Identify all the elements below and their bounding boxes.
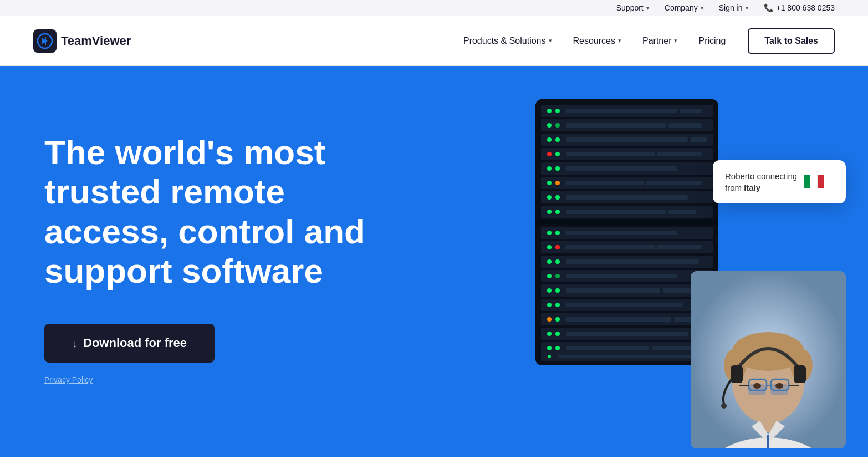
hero-section: The world's most trusted remote access, … [0,66,868,457]
partner-chevron-icon: ▾ [674,37,677,44]
svg-point-69 [555,317,560,322]
svg-point-68 [547,317,552,322]
svg-point-33 [555,195,560,200]
popup-text: Roberto connecting from Italy [725,170,797,193]
italy-flag-icon [804,175,824,188]
svg-rect-79 [566,346,649,350]
pricing-nav[interactable]: Pricing [698,36,726,46]
pricing-label: Pricing [698,36,726,46]
svg-rect-16 [691,137,707,142]
talk-to-sales-button[interactable]: Talk to Sales [748,28,835,54]
svg-rect-5 [566,109,677,113]
products-solutions-label: Products & Solutions [463,36,546,46]
svg-rect-6 [680,109,702,113]
flag-green [804,175,810,188]
svg-rect-38 [566,210,666,214]
svg-point-18 [547,152,552,156]
svg-point-78 [555,346,560,350]
top-bar: Support ▾ Company ▾ Sign in ▾ 📞 +1 800 6… [0,0,868,16]
svg-point-43 [555,231,560,235]
phone-number: +1 800 638 0253 [777,3,835,12]
company-nav[interactable]: Company ▾ [665,3,703,12]
popup-text-from: from [725,183,744,192]
svg-point-77 [547,346,552,350]
svg-rect-53 [566,259,699,264]
hero-images: Roberto connecting from Italy [502,88,846,448]
svg-rect-44 [566,231,677,235]
support-chevron-icon: ▾ [646,5,649,11]
privacy-policy-link[interactable]: Privacy Policy [44,375,93,384]
svg-rect-25 [566,166,677,171]
flag-white [810,175,817,188]
signin-chevron-icon: ▾ [746,5,748,11]
svg-point-102 [775,383,783,389]
svg-rect-39 [668,210,696,214]
svg-point-100 [721,403,727,409]
svg-point-47 [555,245,560,249]
hero-content: The world's most trusted remote access, … [44,110,405,385]
main-nav: TeamViewer Products & Solutions ▾ Resour… [0,16,868,66]
svg-point-19 [555,152,560,156]
svg-rect-40 [535,220,718,225]
svg-point-60 [555,288,560,293]
download-arrow-icon: ↓ [72,337,78,350]
products-solutions-chevron-icon: ▾ [549,37,552,44]
svg-point-82 [548,355,551,358]
partner-nav[interactable]: Partner ▾ [642,36,677,46]
signin-label: Sign in [719,3,743,12]
svg-point-32 [547,195,552,200]
svg-rect-20 [566,152,655,156]
svg-point-101 [753,383,761,389]
svg-rect-61 [566,288,660,293]
signin-nav[interactable]: Sign in ▾ [719,3,748,12]
svg-point-4 [555,109,560,113]
svg-point-28 [555,181,560,185]
svg-rect-49 [657,245,702,249]
resources-nav[interactable]: Resources ▾ [573,36,621,46]
svg-point-8 [547,123,552,128]
svg-point-23 [547,166,552,171]
svg-point-74 [555,332,560,336]
support-nav[interactable]: Support ▾ [616,3,649,12]
svg-rect-34 [566,195,688,200]
svg-point-14 [555,137,560,142]
svg-point-64 [547,303,552,307]
svg-rect-48 [566,245,655,249]
phone-icon: 📞 [764,3,773,12]
resources-chevron-icon: ▾ [618,37,621,44]
resources-label: Resources [573,36,615,46]
svg-point-27 [547,181,552,185]
products-solutions-nav[interactable]: Products & Solutions ▾ [463,36,552,46]
svg-point-73 [547,332,552,336]
svg-point-36 [547,210,552,214]
svg-rect-70 [566,317,671,322]
svg-point-55 [547,274,552,278]
popup-country: Italy [744,183,760,192]
nav-links: Products & Solutions ▾ Resources ▾ Partn… [463,36,726,46]
svg-rect-10 [566,123,666,128]
svg-rect-30 [646,181,702,185]
svg-rect-57 [566,274,677,278]
support-label: Support [616,3,644,12]
connection-popup: Roberto connecting from Italy [713,160,846,203]
phone-contact[interactable]: 📞 +1 800 638 0253 [764,3,835,12]
svg-rect-99 [794,365,806,383]
svg-rect-11 [668,123,702,128]
logo-text: TeamViewer [61,34,131,48]
svg-point-37 [555,210,560,214]
svg-point-24 [555,166,560,171]
person-image [691,271,846,448]
company-label: Company [665,3,698,12]
svg-point-65 [555,303,560,307]
svg-rect-29 [566,181,644,185]
svg-point-46 [547,245,552,249]
svg-point-13 [547,137,552,142]
svg-rect-15 [566,137,688,142]
logo[interactable]: TeamViewer [33,29,131,53]
teamviewer-logo-icon [33,29,57,53]
download-free-button[interactable]: ↓ Download for free [44,324,215,363]
company-chevron-icon: ▾ [701,5,703,11]
svg-point-51 [547,259,552,264]
svg-rect-66 [566,303,682,307]
svg-point-52 [555,259,560,264]
